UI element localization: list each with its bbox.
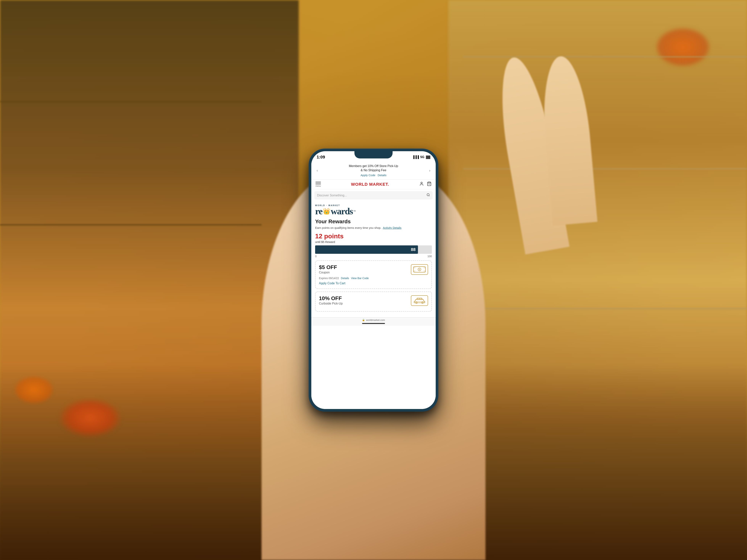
brand-logo: WORLD MARKET.: [351, 182, 389, 187]
svg-text:5: 5: [419, 268, 420, 271]
activity-details-link[interactable]: Activity Details: [383, 226, 402, 230]
promo-links: Apply Code Details: [319, 173, 428, 177]
svg-line-3: [429, 196, 430, 196]
coupon-5off-details-link[interactable]: Details: [341, 277, 349, 280]
coupon-5off-icon: 5: [411, 264, 428, 275]
shelf-line-1: [463, 56, 747, 58]
rewards-text-re: re: [315, 207, 323, 216]
coupon-5off-info: $5 OFF Coupon: [319, 264, 337, 274]
coupon-5off-type: Coupon: [319, 271, 337, 274]
details-link[interactable]: Details: [378, 173, 386, 177]
promo-text-area: Members get 10% Off Store Pick-Up& No Sh…: [319, 164, 428, 177]
coupon-10off-header: 10% OFF Curbside Pick-Up: [319, 295, 428, 306]
promo-main-text: Members get 10% Off Store Pick-Up& No Sh…: [319, 164, 428, 172]
search-bar[interactable]: Discover Something...: [314, 191, 433, 199]
apply-code-to-cart-link[interactable]: Apply Code To Cart: [319, 282, 428, 285]
coupon-10off: 10% OFF Curbside Pick-Up: [315, 292, 432, 312]
rewards-subtitle-text: Earn points on qualifying items every ti…: [315, 226, 381, 230]
rewards-content: WORLD · MARKET re 👑 wards ™: [311, 201, 436, 317]
menu-label: menu: [315, 185, 321, 187]
shelf-line-left-2: [0, 224, 261, 225]
shelf-line-3: [463, 308, 747, 310]
network-type: 5G: [420, 155, 424, 159]
promo-prev-arrow[interactable]: ‹: [315, 168, 319, 173]
bottom-bar: 🔒 worldmarket.com: [311, 317, 436, 326]
url-bar: 🔒 worldmarket.com: [311, 319, 436, 321]
pumpkin-blob-1: [60, 399, 121, 437]
promo-banner[interactable]: ‹ Members get 10% Off Store Pick-Up& No …: [311, 162, 436, 180]
coupon-5off: $5 OFF Coupon 5: [315, 261, 432, 289]
pumpkin-blob-3: [656, 28, 710, 66]
screen-content: ‹ Members get 10% Off Store Pick-Up& No …: [311, 162, 436, 409]
coupon-10off-info: 10% OFF Curbside Pick-Up: [319, 295, 342, 305]
shelf-line-2: [463, 168, 747, 169]
crown-icon: 👑: [323, 208, 330, 214]
points-value: 12 points: [315, 233, 432, 240]
coupon-10off-amount: 10% OFF: [319, 295, 342, 301]
cart-icon[interactable]: [427, 182, 432, 187]
rewards-word-container: re 👑 wards ™: [315, 207, 356, 216]
pumpkin-blob-2: [15, 377, 53, 403]
shelf-line-left-1: [0, 101, 261, 102]
progress-value: 88: [411, 247, 415, 252]
rewards-heading-section: Your Rewards Earn points on qualifying i…: [315, 218, 432, 230]
search-icon[interactable]: [427, 193, 430, 197]
coupon-5off-expires: Expires 09/14/22: [319, 277, 339, 280]
phone-frame: 1:09 ↗ ▐▐▐ 5G ▓▓ ‹ Members get 10% Off S…: [309, 149, 438, 412]
rewards-tm: ™: [353, 210, 356, 213]
rewards-subtitle: Earn points on qualifying items every ti…: [315, 226, 432, 230]
coupon-5off-amount: $5 OFF: [319, 264, 337, 270]
progress-labels: 0 100: [315, 255, 432, 258]
menu-button[interactable]: menu: [315, 182, 321, 187]
progress-max-label: 100: [428, 255, 432, 258]
lock-icon: 🔒: [362, 319, 365, 321]
search-placeholder: Discover Something...: [317, 194, 424, 197]
navbar: menu WORLD MARKET.: [311, 180, 436, 189]
home-indicator[interactable]: [362, 323, 385, 324]
coupon-10off-icon: [411, 295, 428, 306]
signal-icon: ▐▐▐: [412, 155, 419, 159]
status-icons: ▐▐▐ 5G ▓▓: [412, 155, 430, 159]
rewards-title: Your Rewards: [315, 218, 432, 224]
points-label: until $5 Reward: [315, 240, 432, 243]
points-section: 12 points until $5 Reward 88 0 100: [315, 233, 432, 258]
apply-code-link[interactable]: Apply Code: [361, 173, 376, 177]
progress-bar-container: 88: [315, 245, 432, 254]
coupon-5off-footer: Expires 09/14/22 Details View Bar Code: [319, 277, 428, 280]
rewards-text-wards: wards: [331, 207, 353, 216]
rewards-logo-block: WORLD · MARKET re 👑 wards ™: [315, 205, 356, 216]
coupon-10off-type: Curbside Pick-Up: [319, 302, 342, 305]
url-text: worldmarket.com: [366, 319, 385, 321]
user-icon[interactable]: [419, 182, 424, 187]
progress-bar-fill: 88: [315, 245, 418, 254]
svg-point-2: [427, 194, 429, 196]
battery-icon: ▓▓: [426, 155, 430, 159]
phone-screen: 1:09 ↗ ▐▐▐ 5G ▓▓ ‹ Members get 10% Off S…: [311, 151, 436, 409]
brand-name-text: WORLD MARKET.: [351, 182, 389, 187]
status-time: 1:09: [317, 155, 325, 160]
rewards-logo-section: WORLD · MARKET re 👑 wards ™: [315, 205, 432, 216]
nav-icons: [419, 182, 432, 187]
hamburger-icon: [315, 182, 321, 184]
coupon-5off-header: $5 OFF Coupon 5: [319, 264, 428, 275]
promo-next-arrow[interactable]: ›: [428, 168, 432, 173]
svg-point-0: [421, 182, 422, 184]
progress-min-label: 0: [315, 255, 317, 258]
coupon-5off-barcode-link[interactable]: View Bar Code: [351, 277, 369, 280]
phone-notch: [355, 151, 392, 158]
